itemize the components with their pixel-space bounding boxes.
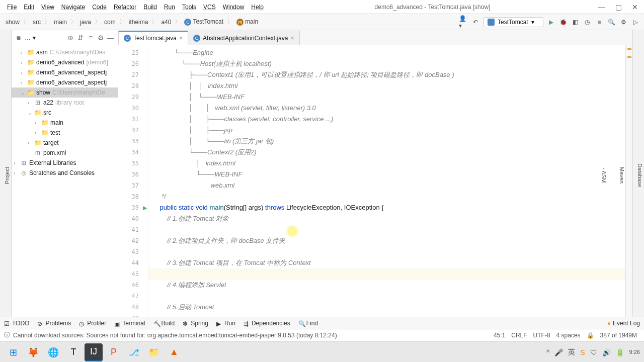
warning-mark[interactable] [627,48,631,50]
code-line[interactable]: │ │ web.xml (servlet, filter, listener) … [148,103,625,114]
tool-window-dependencies[interactable]: ⇶Dependencies [244,320,290,327]
code-line[interactable]: │ └───lib (第三方 jar 包) [148,136,625,147]
tray-chevron-icon[interactable]: ^ [546,348,550,356]
breadcrumbs[interactable]: show〉src〉main〉java〉com〉itheima〉a40〉CTest… [4,18,459,26]
gutter-line[interactable]: 46 [118,280,148,291]
vlc-icon[interactable]: ▲ [165,343,183,361]
gutter-line[interactable]: 44 [118,257,148,268]
code-line[interactable]: // 3.创建 Tomcat 项目，在 Tomcat 中称为 Context [148,257,625,268]
stop-button[interactable]: ■ [595,18,604,27]
tree-node[interactable]: ›📁main [12,118,118,128]
avatar-icon[interactable]: ▷ [631,18,640,27]
tree-node[interactable]: ›◎Scratches and Consoles [12,168,118,178]
menu-edit[interactable]: Edit [21,2,37,12]
close-button[interactable]: ✕ [632,3,638,11]
gutter-line[interactable]: 27 [118,69,148,80]
info-icon[interactable]: ⓘ [4,331,10,339]
debug-button[interactable]: 🐞 [558,18,568,27]
tool-window-todo[interactable]: ☑TODO [4,320,29,327]
gutter-line[interactable]: 39▶ [118,202,148,213]
event-log-button[interactable]: ● Event Log [607,320,640,327]
tree-node[interactable]: ›📁demo6_advanced_aspectj [12,77,118,87]
code-line[interactable] [148,313,625,317]
profile-button[interactable]: ◷ [583,18,592,27]
tree-node[interactable]: ›⊞External Libraries [12,158,118,168]
code-line[interactable]: web.xml [148,180,625,191]
undo-nav-icon[interactable]: ↶ [471,18,480,27]
breadcrumb-item[interactable]: com [103,18,117,26]
gutter-line[interactable]: 36 [118,169,148,180]
gutter-line[interactable]: 30 [118,103,148,114]
gutter-line[interactable]: 31 [118,114,148,125]
intellij-icon[interactable]: IJ [85,343,103,361]
lock-icon[interactable]: 🔒 [584,332,597,339]
firefox-icon[interactable]: 🦊 [24,343,42,361]
menu-tools[interactable]: Tools [179,2,199,12]
menu-refactor[interactable]: Refactor [111,2,139,12]
clock[interactable]: 9:26 [629,349,640,355]
collapse-all-icon[interactable]: ≡ [87,34,95,42]
shield-icon[interactable]: 🛡 [590,348,597,356]
code-line[interactable]: // 4.编程添加 Servlet [148,280,625,291]
gutter-line[interactable]: 45 [118,268,148,280]
code-line[interactable]: ├───Context1 (应用1，可以设置虚拟路径，/ 即 url 起始路径;… [148,69,625,80]
settings-icon[interactable]: ⚙ [97,34,105,42]
edge-icon[interactable]: 🌐 [44,343,62,361]
tool-window-terminal[interactable]: ▣Terminal [114,320,145,327]
project-tool-button[interactable]: Project [3,165,11,186]
editor-tab[interactable]: CTestTomcat.java× [118,31,188,45]
close-tab-icon[interactable]: × [291,35,294,42]
menu-view[interactable]: View [38,2,57,12]
breadcrumb-item[interactable]: CTestTomcat [183,18,225,26]
code-line[interactable]: │ index.html [148,158,625,169]
menu-code[interactable]: Code [89,2,110,12]
search-button[interactable]: 🔍 [607,18,616,27]
text-app-icon[interactable]: T [64,343,83,361]
gutter-line[interactable]: 40 [118,213,148,224]
menu-help[interactable]: Help [248,2,267,12]
vscode-icon[interactable]: ⎇ [125,343,143,361]
menu-vcs[interactable]: VCS [200,2,219,12]
select-opened-file-icon[interactable]: ⊕ [66,34,74,42]
tool-window-find[interactable]: 🔍Find [298,320,318,327]
gutter-line[interactable]: 33 [118,136,148,147]
gutter-line[interactable]: 35 [118,158,148,169]
code-line[interactable]: // 2.创建项目文件夹，即 docBase 文件夹 [148,235,625,246]
gutter-line[interactable]: 28 [118,80,148,92]
tree-node[interactable]: ›📁test [12,128,118,138]
powerpoint-icon[interactable]: P [105,343,123,361]
breadcrumb-item[interactable]: src [31,18,42,26]
menu-build[interactable]: Build [140,2,160,12]
tree-node[interactable]: ›📁target [12,138,118,148]
error-stripe[interactable] [625,45,632,317]
gutter-line[interactable]: 25 [118,47,148,58]
tree-node[interactable]: ⌄📁showC:\Users\manyh\De [12,87,118,98]
breadcrumb-item[interactable]: itheima [127,18,150,26]
volume-icon[interactable]: 🔊 [602,348,611,356]
code-line[interactable]: // 1.创建 Tomcat 对象 [148,213,625,224]
settings-button[interactable]: ⚙ [619,18,628,27]
file-encoding[interactable]: UTF-8 [530,332,553,339]
close-tab-icon[interactable]: × [179,35,183,42]
ime-icon[interactable]: 英 [568,348,575,357]
breadcrumb-item[interactable]: mmain [235,18,260,26]
gutter-line[interactable]: 47 [118,291,148,302]
project-dropdown-label[interactable]: … [25,34,31,41]
menu-run[interactable]: Run [161,2,178,12]
breadcrumb-item[interactable]: main [52,18,68,26]
coverage-button[interactable]: ◧ [571,18,580,27]
gutter-line[interactable]: 34 [118,147,148,158]
maximize-button[interactable]: ▢ [615,3,622,11]
breadcrumb-item[interactable]: a40 [159,18,173,26]
code-line[interactable]: */ [148,191,625,202]
code-line[interactable]: └───WEB-INF [148,169,625,180]
project-view-selector[interactable]: ■ [15,34,23,42]
memory-indicator[interactable]: 387 of 1949M [597,332,640,339]
menu-file[interactable]: File [4,2,20,12]
code-line[interactable]: public static void main(String[] args) t… [148,202,625,213]
gutter-line[interactable]: 29 [118,92,148,103]
sogou-icon[interactable]: S [580,348,585,356]
menu-navigate[interactable]: Navigate [58,2,88,12]
battery-icon[interactable]: 🔋 [616,348,624,356]
code-line[interactable] [148,224,625,235]
